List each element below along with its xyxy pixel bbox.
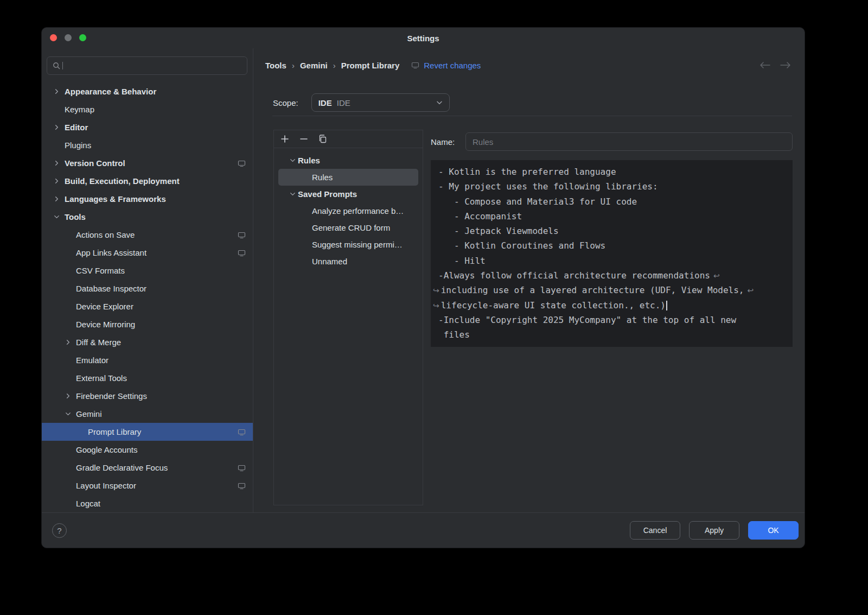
forward-icon[interactable] (780, 61, 792, 69)
prompt-item-analyze-performance-b[interactable]: Analyze performance b… (278, 202, 418, 219)
editor-line-text: - My project uses the following librarie… (438, 181, 658, 192)
text-caret (666, 301, 667, 310)
sidebar-item-logcat[interactable]: Logcat (42, 494, 253, 512)
sidebar-item-csv-formats[interactable]: CSV Formats (42, 262, 253, 280)
prompt-name-input[interactable]: Rules (465, 132, 793, 151)
prompt-item-suggest-missing-permi[interactable]: Suggest missing permi… (278, 236, 418, 253)
editor-line-text: - Jetpack Viewmodels (438, 226, 559, 236)
sidebar-item-label: CSV Formats (76, 266, 125, 275)
scope-dropdown[interactable]: IDE IDE (311, 93, 450, 112)
prompt-item-unnamed[interactable]: Unnamed (278, 253, 418, 270)
prompt-toolbar (274, 130, 423, 148)
revert-changes-link[interactable]: Revert changes (424, 61, 481, 70)
editor-line: ↪including use of a layered architecture… (438, 283, 785, 297)
sidebar-item-build-execution-deployment[interactable]: Build, Execution, Deployment (42, 172, 253, 190)
traffic-lights (50, 34, 86, 41)
prompt-item-label: Unnamed (312, 257, 347, 266)
chevron-down-icon[interactable] (53, 213, 65, 221)
soft-wrap-end-icon: ↩ (747, 286, 754, 295)
add-icon (280, 134, 290, 144)
sidebar-item-languages-frameworks[interactable]: Languages & Frameworks (42, 190, 253, 208)
cancel-button[interactable]: Cancel (630, 521, 680, 540)
window-title: Settings (42, 28, 805, 49)
soft-wrap-end-icon: ↩ (713, 271, 720, 280)
sidebar-item-label: Prompt Library (88, 427, 141, 436)
sidebar-item-prompt-library[interactable]: Prompt Library (42, 423, 253, 441)
chevron-right-icon[interactable] (53, 177, 65, 185)
breadcrumb: Tools›Gemini›Prompt Library (265, 61, 399, 70)
sidebar-item-label: Firebender Settings (76, 391, 147, 401)
sidebar-item-version-control[interactable]: Version Control (42, 154, 253, 172)
copy-prompt-button[interactable] (316, 132, 329, 145)
settings-search-input[interactable] (65, 61, 242, 71)
prompt-editor[interactable]: - Kotlin is the preferred language- My p… (431, 160, 793, 347)
scope-label: Scope: (273, 98, 298, 107)
prompt-item-label: Generate CRUD form (312, 223, 390, 232)
close-button[interactable] (50, 34, 57, 41)
sidebar-item-gemini[interactable]: Gemini (42, 405, 253, 423)
sidebar-item-device-mirroring[interactable]: Device Mirroring (42, 315, 253, 333)
prompt-group-rules[interactable]: Rules (278, 152, 418, 169)
prompt-group-saved-prompts[interactable]: Saved Prompts (278, 186, 418, 202)
back-icon[interactable] (759, 61, 771, 69)
ok-button[interactable]: OK (748, 521, 799, 540)
prompt-item-label: Rules (312, 173, 333, 182)
zoom-button[interactable] (79, 34, 86, 41)
revert-changes: Revert changes (411, 61, 481, 70)
chevron-right-icon[interactable] (64, 392, 76, 400)
chevron-down-icon[interactable] (289, 156, 298, 164)
sidebar-item-google-accounts[interactable]: Google Accounts (42, 441, 253, 459)
breadcrumb-separator: › (333, 61, 336, 70)
chevron-right-icon[interactable] (53, 195, 65, 203)
sidebar-item-actions-on-save[interactable]: Actions on Save (42, 226, 253, 244)
sidebar-item-tools[interactable]: Tools (42, 208, 253, 226)
prompt-item-rules[interactable]: Rules (278, 169, 418, 186)
sidebar-item-label: External Tools (76, 373, 127, 383)
name-label: Name: (431, 137, 465, 147)
sidebar-item-firebender-settings[interactable]: Firebender Settings (42, 387, 253, 405)
chevron-right-icon[interactable] (64, 338, 76, 346)
editor-line: -Include "Copyright 2025 MyCompany" at t… (438, 313, 785, 327)
editor-line: - My project uses the following librarie… (438, 179, 785, 194)
chevron-down-icon (435, 98, 444, 107)
editor-line-text: - Accompanist (438, 211, 522, 221)
chevron-down-icon[interactable] (64, 410, 76, 418)
breadcrumb-item-prompt-library[interactable]: Prompt Library (341, 61, 400, 70)
add-prompt-button[interactable] (278, 132, 291, 145)
settings-search-box[interactable] (47, 56, 247, 75)
minimize-button[interactable] (65, 34, 72, 41)
sidebar-item-layout-inspector[interactable]: Layout Inspector (42, 477, 253, 494)
apply-button[interactable]: Apply (689, 521, 739, 540)
sidebar-item-editor[interactable]: Editor (42, 118, 253, 136)
sidebar-item-device-explorer[interactable]: Device Explorer (42, 297, 253, 315)
sidebar-item-app-links-assistant[interactable]: App Links Assistant (42, 244, 253, 262)
sidebar-item-emulator[interactable]: Emulator (42, 351, 253, 369)
breadcrumb-item-gemini[interactable]: Gemini (300, 61, 328, 70)
scope-divider (272, 116, 792, 116)
breadcrumb-row: Tools›Gemini›Prompt Library Revert chang… (265, 57, 792, 73)
sidebar-item-appearance-behavior[interactable]: Appearance & Behavior (42, 83, 253, 100)
sidebar-item-label: Layout Inspector (76, 481, 136, 490)
help-button[interactable]: ? (52, 523, 67, 538)
sidebar-item-keymap[interactable]: Keymap (42, 100, 253, 118)
editor-line-text: - Kotlin is the preferred language (438, 167, 616, 177)
ide-scope-icon (238, 249, 246, 257)
editor-line-text: - Hilt (438, 256, 486, 266)
chevron-right-icon[interactable] (53, 159, 65, 167)
name-row: Name: Rules (431, 132, 793, 151)
chevron-right-icon[interactable] (53, 87, 65, 96)
sidebar-item-external-tools[interactable]: External Tools (42, 369, 253, 387)
remove-prompt-button[interactable] (297, 132, 310, 145)
sidebar-item-database-inspector[interactable]: Database Inspector (42, 280, 253, 297)
sidebar-item-gradle-declarative-focus[interactable]: Gradle Declarative Focus (42, 459, 253, 477)
dialog-footer: ? Cancel Apply OK (42, 512, 805, 548)
editor-line-text: -Always follow official architecture rec… (438, 270, 710, 281)
chevron-right-icon[interactable] (53, 123, 65, 131)
breadcrumb-item-tools[interactable]: Tools (265, 61, 286, 70)
sidebar-item-label: Build, Execution, Deployment (65, 176, 180, 186)
sidebar-item-diff-merge[interactable]: Diff & Merge (42, 333, 253, 351)
sidebar-item-plugins[interactable]: Plugins (42, 136, 253, 154)
editor-line-text: lifecycle-aware UI state collection., et… (441, 300, 666, 310)
chevron-down-icon[interactable] (289, 190, 298, 198)
prompt-item-generate-crud-form[interactable]: Generate CRUD form (278, 219, 418, 236)
